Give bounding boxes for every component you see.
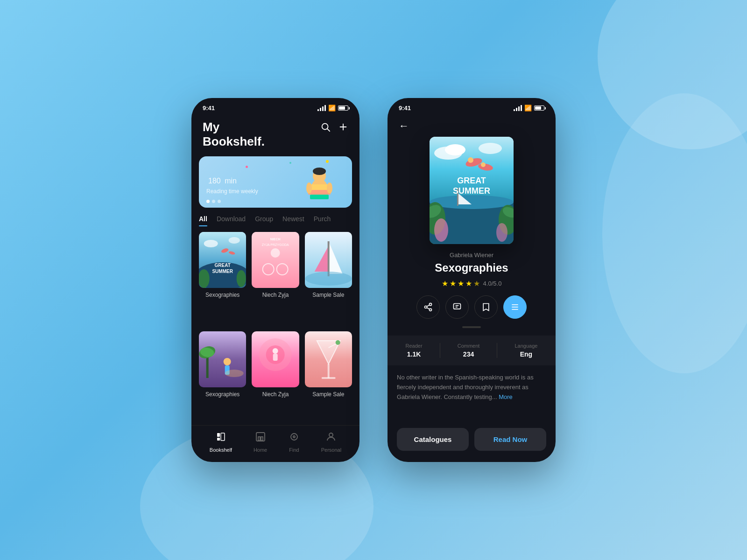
svg-point-66 xyxy=(468,157,473,163)
svg-point-67 xyxy=(481,162,486,167)
phones-container: 9:41 📶 My Bookshelf. xyxy=(191,98,556,462)
stat-divider-1 xyxy=(440,343,440,358)
wifi-icon-2: 📶 xyxy=(524,105,532,112)
svg-line-1 xyxy=(327,129,330,131)
svg-text:GREAT: GREAT xyxy=(457,176,486,185)
time-2: 9:41 xyxy=(399,105,411,112)
book-item-1[interactable]: GREAT SUMMER Sexographies xyxy=(199,232,246,326)
nav-find-label: Find xyxy=(289,447,299,453)
tab-all[interactable]: All xyxy=(199,215,207,226)
svg-text:NIECH: NIECH xyxy=(270,238,281,241)
book-label-3: Sample Sale xyxy=(312,292,344,298)
book-item-5[interactable]: Niech Zyja xyxy=(252,331,299,425)
phone2-content: ← xyxy=(388,115,556,462)
svg-text:SUMMER: SUMMER xyxy=(212,269,233,274)
status-icons-2: 📶 xyxy=(514,105,544,112)
book-item-2[interactable]: NIECH ZYJA PRZYGODA Niech Zyja xyxy=(252,232,299,326)
nav-personal[interactable]: Personal xyxy=(321,431,341,453)
book-cover-5 xyxy=(252,331,299,387)
book-detail-info: Gabriela Wiener Sexographies ★ ★ ★ ★ ★ 4… xyxy=(388,252,556,295)
book-cover-2: NIECH ZYJA PRZYGODA xyxy=(252,232,299,288)
nav-bookshelf[interactable]: Bookshelf xyxy=(210,431,232,453)
read-now-button[interactable]: Read Now xyxy=(474,428,546,451)
books-grid: GREAT SUMMER Sexographies xyxy=(191,232,359,425)
reading-subtitle: Reading time weekly xyxy=(206,188,258,195)
tab-newest[interactable]: Newest xyxy=(282,215,304,226)
book-cover-1: GREAT SUMMER xyxy=(199,232,246,288)
book-cover-4 xyxy=(199,331,246,387)
tab-purchased[interactable]: Purch xyxy=(314,215,331,226)
stat-language: Language Eng xyxy=(514,343,537,358)
add-icon[interactable] xyxy=(338,122,348,134)
back-button[interactable]: ← xyxy=(399,120,409,132)
star-2: ★ xyxy=(450,279,456,288)
drag-handle xyxy=(462,326,481,328)
home-nav-icon xyxy=(255,431,266,445)
svg-point-77 xyxy=(496,223,507,242)
svg-point-32 xyxy=(305,272,352,286)
status-bar-2: 9:41 📶 xyxy=(388,98,556,115)
svg-rect-47 xyxy=(327,364,329,378)
book-stats: Reader 1.1K Comment 234 Language Eng xyxy=(388,336,556,365)
status-icons-1: 📶 xyxy=(317,105,348,112)
svg-rect-48 xyxy=(321,377,335,379)
p2-header: ← xyxy=(388,115,556,137)
wifi-icon-1: 📶 xyxy=(328,105,336,112)
svg-rect-56 xyxy=(261,437,263,441)
comment-button[interactable] xyxy=(445,295,469,319)
bottom-nav: Bookshelf Home xyxy=(191,425,359,462)
svg-rect-31 xyxy=(327,241,329,276)
tab-group[interactable]: Group xyxy=(255,215,273,226)
svg-point-58 xyxy=(293,436,295,438)
nav-home-label: Home xyxy=(254,447,267,453)
reading-banner[interactable]: 180 min Reading time weekly xyxy=(199,156,352,208)
share-button[interactable] xyxy=(416,295,440,319)
book-item-3[interactable]: Sample Sale xyxy=(305,232,352,326)
svg-text:GREAT: GREAT xyxy=(215,263,231,268)
book-item-6[interactable]: Sample Sale xyxy=(305,331,352,425)
book-rating: ★ ★ ★ ★ ★ 4.0/5.0 xyxy=(397,279,546,288)
tab-download[interactable]: Download xyxy=(217,215,246,226)
book-cover-6 xyxy=(305,331,352,387)
svg-point-14 xyxy=(204,240,218,247)
action-buttons xyxy=(388,295,556,319)
description-text: No other writer in the Spanish-speaking … xyxy=(397,374,534,400)
deco-dot-2 xyxy=(246,166,248,168)
book-description: No other writer in the Spanish-speaking … xyxy=(388,365,556,422)
svg-rect-8 xyxy=(309,184,330,190)
p1-header: My Bookshelf. xyxy=(191,115,359,156)
find-nav-icon xyxy=(289,431,300,445)
book-detail-cover: GREAT SUMMER xyxy=(430,137,514,244)
search-icon[interactable] xyxy=(320,122,331,134)
bookmark-button[interactable] xyxy=(474,295,498,319)
more-link[interactable]: More xyxy=(499,393,513,400)
banner-dots xyxy=(206,200,221,203)
stat-comment-value: 234 xyxy=(458,350,480,358)
signal-icon-1 xyxy=(317,105,326,111)
nav-bookshelf-label: Bookshelf xyxy=(210,447,232,453)
rating-value: 4.0/5.0 xyxy=(483,280,502,287)
svg-point-15 xyxy=(229,237,240,244)
svg-point-81 xyxy=(425,306,427,308)
nav-find[interactable]: Find xyxy=(289,431,300,453)
svg-rect-55 xyxy=(258,437,260,441)
svg-line-83 xyxy=(427,308,430,309)
star-5: ★ xyxy=(473,279,480,288)
book-item-4[interactable]: Sexographies xyxy=(199,331,246,425)
nav-personal-label: Personal xyxy=(321,447,341,453)
book-author: Gabriela Wiener xyxy=(397,252,546,259)
svg-rect-44 xyxy=(273,354,278,361)
big-cover-art: GREAT SUMMER xyxy=(430,137,514,244)
phone-bookshelf: 9:41 📶 My Bookshelf. xyxy=(191,98,359,462)
list-button[interactable] xyxy=(503,295,527,319)
star-3: ★ xyxy=(458,279,464,288)
header-icons xyxy=(320,120,348,134)
svg-rect-51 xyxy=(217,433,220,437)
star-4: ★ xyxy=(465,279,472,288)
book-label-2: Niech Zyja xyxy=(262,292,289,298)
nav-home[interactable]: Home xyxy=(254,431,267,453)
svg-point-80 xyxy=(430,303,432,306)
svg-point-43 xyxy=(273,348,278,354)
catalogues-button[interactable]: Catalogues xyxy=(397,428,469,451)
svg-point-76 xyxy=(434,218,448,242)
